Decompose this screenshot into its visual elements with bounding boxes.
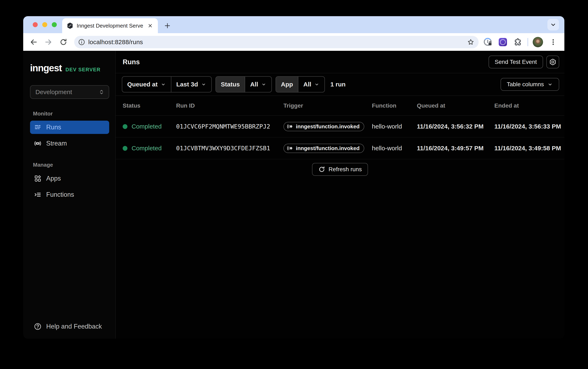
inngest-favicon-icon [67,22,73,29]
column-header-function: Function [372,102,417,109]
app-filter-label: App [276,77,298,92]
run-count: 1 run [330,81,345,88]
browser-window: Inngest Development Server [23,16,564,339]
column-header-queued-at: Queued at [417,102,494,109]
runs-list-icon [34,123,42,131]
filter-bar: Queued at Last 3d Status Al [116,73,564,96]
refresh-icon [318,166,325,173]
status-filter: Status All [216,76,272,92]
toolbar-divider [528,38,528,46]
queued-at-time: 11/16/2024, 3:56:32 PM [417,123,494,130]
stream-icon [34,140,42,147]
status-filter-dropdown[interactable]: All [245,77,271,92]
dev-server-badge: DEV SERVER [65,67,100,72]
url-bar[interactable]: localhost:8288/runs [74,36,478,48]
url-text[interactable]: localhost:8288/runs [88,39,466,46]
environment-selector[interactable]: Development [30,85,109,99]
trigger-name: inngest/function.invoked [296,145,360,152]
browser-tab[interactable]: Inngest Development Server [62,18,158,33]
new-tab-button[interactable] [162,20,173,31]
status-dot-icon [123,146,127,151]
table-row[interactable]: Completed 01JCVBTMV3WXY9D3CFDEJFZSB1 inn… [116,137,564,159]
column-header-run-id: Run ID [176,102,283,109]
inngest-wordmark: inngest [30,62,62,74]
run-id[interactable]: 01JCVBTMV3WXY9D3CFDEJFZSB1 [176,145,283,152]
time-range-dropdown[interactable]: Last 3d [171,77,211,92]
table-row[interactable]: Completed 01JCVC6PF2MQNMTWE95BBRZPJ2 inn… [116,116,564,137]
reload-icon[interactable] [58,37,69,48]
time-field-dropdown[interactable]: Queued at [122,77,171,92]
tab-title: Inngest Development Server [77,23,143,29]
chevron-down-icon [201,82,206,87]
function-name[interactable]: hello-world [372,123,417,130]
refresh-runs-button[interactable]: Refresh runs [312,163,368,176]
extension-app-icon[interactable] [497,37,508,48]
event-trigger-icon [287,123,293,130]
sidebar-item-functions[interactable]: Functions [30,188,109,201]
logo: inngest DEV SERVER [30,62,109,74]
window-controls [33,22,57,27]
app-filter-value: All [303,81,311,88]
trigger-badge[interactable]: inngest/function.invoked [283,122,364,131]
queued-at-time: 11/16/2024, 3:49:57 PM [417,145,494,152]
chevron-down-icon [547,82,553,87]
column-header-status: Status [123,102,176,109]
time-filter: Queued at Last 3d [122,76,212,92]
bookmark-star-icon[interactable] [466,38,475,47]
table-header: Status Run ID Trigger Function Queued at… [116,96,564,116]
status-filter-label: Status [216,77,245,92]
sidebar-section-manage: Manage [33,162,109,168]
ended-at-time: 11/16/2024, 3:56:33 PM [494,123,564,130]
browser-menu-icon[interactable] [548,37,559,48]
close-window-button[interactable] [33,22,38,27]
table-columns-button[interactable]: Table columns [500,78,559,91]
site-info-icon[interactable] [77,38,86,47]
sidebar-item-label: Runs [46,123,61,131]
settings-gear-button[interactable] [546,56,559,68]
status-label: Completed [131,145,162,152]
sidebar-item-label: Functions [46,191,74,198]
status-label: Completed [131,123,162,130]
chevron-down-icon [314,82,319,87]
tab-search-chevron-icon[interactable] [547,19,559,31]
minimize-window-button[interactable] [42,22,47,27]
status-dot-icon [123,124,127,129]
tab-close-icon[interactable] [147,22,154,29]
chevron-down-icon [261,82,267,87]
send-test-event-button[interactable]: Send Test Event [488,56,543,68]
functions-icon [34,191,42,199]
sidebar-item-label: Apps [46,175,61,182]
main-content: Runs Send Test Event Queued at [116,51,564,339]
sidebar-item-apps[interactable]: Apps [30,172,109,185]
app-filter-dropdown[interactable]: All [298,77,324,92]
ended-at-time: 11/16/2024, 3:49:58 PM [494,145,564,152]
browser-tabstrip: Inngest Development Server [23,16,564,33]
app-filter: App All [276,76,325,92]
sidebar: inngest DEV SERVER Development Monitor R… [23,51,116,339]
event-trigger-icon [287,145,293,152]
desktop-background: Inngest Development Server [0,0,588,369]
extensions-puzzle-icon[interactable] [512,37,523,48]
back-icon[interactable] [28,37,39,48]
sidebar-item-stream[interactable]: Stream [30,137,109,150]
apps-icon [34,174,42,183]
help-and-feedback[interactable]: Help and Feedback [30,323,109,330]
maximize-window-button[interactable] [52,22,57,27]
forward-icon[interactable] [43,37,54,48]
sidebar-section-monitor: Monitor [33,111,109,117]
page-header: Runs Send Test Event [116,51,564,73]
function-name[interactable]: hello-world [372,145,417,152]
profile-avatar[interactable] [533,37,543,47]
environment-selector-value: Development [35,89,72,96]
run-id[interactable]: 01JCVC6PF2MQNMTWE95BBRZPJ2 [176,123,283,130]
chevron-up-down-icon [99,89,105,95]
trigger-name: inngest/function.invoked [296,123,360,130]
trigger-badge[interactable]: inngest/function.invoked [283,144,364,153]
help-icon [34,323,42,330]
status-filter-value: All [250,81,258,88]
sidebar-item-runs[interactable]: Runs [30,121,109,134]
column-header-ended-at: Ended at [494,102,564,109]
help-label: Help and Feedback [46,323,102,330]
column-header-trigger: Trigger [283,102,372,109]
password-manager-extension-icon[interactable] [482,37,494,48]
